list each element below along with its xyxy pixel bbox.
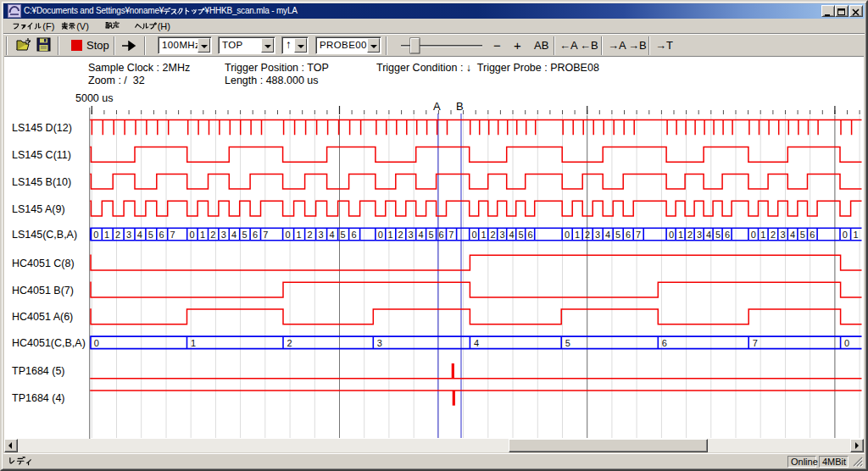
svg-text:0: 0 (669, 230, 674, 240)
svg-text:1: 1 (678, 230, 683, 240)
svg-text:6: 6 (528, 230, 533, 240)
svg-text:7: 7 (448, 230, 453, 240)
svg-text:5: 5 (615, 230, 620, 240)
svg-text:7: 7 (170, 230, 175, 240)
svg-text:6: 6 (438, 230, 443, 240)
svg-text:2: 2 (287, 338, 292, 348)
svg-text:3: 3 (595, 230, 600, 240)
svg-text:3: 3 (409, 230, 414, 240)
svg-text:2: 2 (307, 230, 312, 240)
svg-text:1: 1 (191, 338, 196, 348)
svg-text:5: 5 (148, 230, 153, 240)
svg-text:2: 2 (771, 230, 776, 240)
svg-text:6: 6 (159, 230, 164, 240)
svg-text:6: 6 (810, 230, 815, 240)
svg-text:0: 0 (378, 230, 383, 240)
svg-text:1: 1 (760, 230, 765, 240)
svg-text:3: 3 (697, 230, 702, 240)
svg-text:0: 0 (565, 230, 570, 240)
svg-text:1: 1 (104, 230, 109, 240)
svg-text:1: 1 (200, 230, 205, 240)
svg-text:6: 6 (253, 230, 258, 240)
svg-text:5: 5 (340, 230, 345, 240)
svg-text:2: 2 (210, 230, 215, 240)
svg-text:6: 6 (662, 338, 667, 348)
svg-text:3: 3 (377, 338, 382, 348)
svg-text:0: 0 (94, 338, 99, 348)
svg-text:0: 0 (285, 230, 290, 240)
svg-text:5: 5 (242, 230, 248, 240)
svg-text:0: 0 (472, 230, 477, 240)
svg-text:4: 4 (329, 230, 334, 240)
svg-text:0: 0 (844, 338, 849, 348)
svg-text:5: 5 (565, 338, 570, 348)
svg-text:4: 4 (605, 230, 610, 240)
svg-text:1: 1 (575, 230, 580, 240)
svg-text:4: 4 (231, 230, 236, 240)
svg-text:6: 6 (626, 230, 631, 240)
svg-text:4: 4 (790, 230, 795, 240)
svg-text:3: 3 (500, 230, 505, 240)
svg-text:3: 3 (781, 230, 786, 240)
svg-text:7: 7 (753, 338, 758, 348)
svg-text:4: 4 (137, 230, 142, 240)
svg-text:1: 1 (481, 230, 487, 240)
svg-text:5: 5 (519, 230, 524, 240)
svg-text:4: 4 (474, 338, 479, 348)
svg-text:5: 5 (715, 230, 721, 240)
svg-text:1: 1 (853, 230, 858, 240)
svg-text:0: 0 (751, 230, 756, 240)
svg-text:5: 5 (428, 230, 433, 240)
svg-text:4: 4 (419, 230, 424, 240)
svg-text:6: 6 (351, 230, 356, 240)
svg-text:3: 3 (318, 230, 323, 240)
svg-text:3: 3 (126, 230, 131, 240)
svg-text:2: 2 (687, 230, 693, 240)
svg-text:5: 5 (800, 230, 805, 240)
svg-text:7: 7 (263, 230, 268, 240)
svg-text:3: 3 (221, 230, 226, 240)
svg-text:4: 4 (509, 230, 515, 240)
svg-text:0: 0 (843, 230, 848, 240)
svg-text:4: 4 (706, 230, 711, 240)
svg-text:2: 2 (585, 230, 590, 240)
svg-text:2: 2 (115, 230, 120, 240)
svg-text:2: 2 (491, 230, 496, 240)
svg-text:6: 6 (725, 230, 730, 240)
svg-text:1: 1 (296, 230, 301, 240)
svg-text:0: 0 (93, 230, 98, 240)
svg-text:0: 0 (190, 230, 195, 240)
svg-text:7: 7 (636, 230, 641, 240)
svg-text:2: 2 (398, 230, 403, 240)
svg-text:1: 1 (388, 230, 393, 240)
